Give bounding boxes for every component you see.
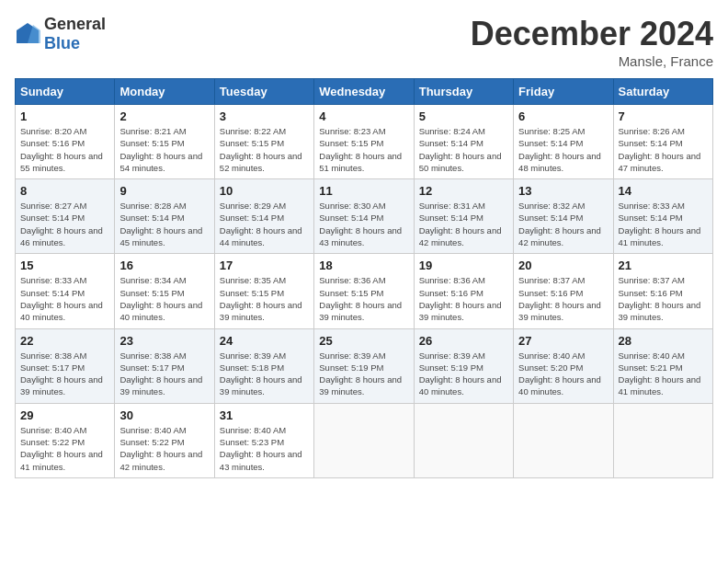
calendar-cell: 29 Sunrise: 8:40 AMSunset: 5:22 PMDaylig… (16, 403, 115, 477)
calendar-cell: 5 Sunrise: 8:24 AMSunset: 5:14 PMDayligh… (414, 105, 513, 179)
calendar-header-row: SundayMondayTuesdayWednesdayThursdayFrid… (16, 79, 713, 105)
calendar-cell: 3 Sunrise: 8:22 AMSunset: 5:15 PMDayligh… (214, 105, 313, 179)
day-info: Sunrise: 8:39 AMSunset: 5:18 PMDaylight:… (220, 350, 302, 397)
day-info: Sunrise: 8:40 AMSunset: 5:21 PMDaylight:… (619, 350, 701, 397)
day-info: Sunrise: 8:40 AMSunset: 5:23 PMDaylight:… (220, 425, 302, 472)
day-number: 7 (619, 109, 708, 123)
day-info: Sunrise: 8:40 AMSunset: 5:20 PMDaylight:… (518, 350, 601, 397)
day-number: 14 (619, 184, 708, 198)
day-number: 13 (518, 184, 608, 198)
day-info: Sunrise: 8:33 AMSunset: 5:14 PMDaylight:… (619, 201, 701, 247)
day-info: Sunrise: 8:37 AMSunset: 5:16 PMDaylight:… (518, 275, 601, 322)
day-number: 24 (220, 334, 309, 348)
calendar-cell: 30 Sunrise: 8:40 AMSunset: 5:22 PMDaylig… (115, 403, 214, 477)
calendar-cell (613, 403, 712, 477)
day-number: 30 (119, 408, 209, 422)
day-number: 1 (20, 109, 109, 123)
header-friday: Friday (514, 79, 613, 105)
calendar-cell: 8 Sunrise: 8:27 AMSunset: 5:14 PMDayligh… (16, 179, 115, 254)
calendar-week-row: 29 Sunrise: 8:40 AMSunset: 5:22 PMDaylig… (16, 403, 713, 477)
calendar-cell: 13 Sunrise: 8:32 AMSunset: 5:14 PMDaylig… (514, 179, 613, 254)
day-number: 27 (518, 334, 608, 348)
calendar-cell: 26 Sunrise: 8:39 AMSunset: 5:19 PMDaylig… (414, 328, 513, 403)
day-number: 17 (220, 259, 309, 272)
calendar-week-row: 22 Sunrise: 8:38 AMSunset: 5:17 PMDaylig… (16, 328, 713, 403)
calendar-cell: 15 Sunrise: 8:33 AMSunset: 5:14 PMDaylig… (16, 254, 115, 328)
day-info: Sunrise: 8:36 AMSunset: 5:16 PMDaylight:… (419, 275, 502, 322)
day-number: 6 (518, 109, 608, 123)
day-info: Sunrise: 8:36 AMSunset: 5:15 PMDaylight:… (319, 275, 402, 322)
day-info: Sunrise: 8:25 AMSunset: 5:14 PMDaylight:… (518, 126, 601, 173)
calendar-cell (514, 403, 613, 477)
day-info: Sunrise: 8:31 AMSunset: 5:14 PMDaylight:… (419, 201, 502, 247)
day-number: 16 (119, 259, 209, 272)
day-number: 21 (619, 259, 708, 272)
header-wednesday: Wednesday (314, 79, 414, 105)
calendar-cell: 1 Sunrise: 8:20 AMSunset: 5:16 PMDayligh… (16, 105, 115, 179)
day-number: 5 (419, 109, 508, 123)
calendar-cell: 17 Sunrise: 8:35 AMSunset: 5:15 PMDaylig… (214, 254, 313, 328)
day-info: Sunrise: 8:32 AMSunset: 5:14 PMDaylight:… (518, 201, 601, 247)
header-tuesday: Tuesday (214, 79, 313, 105)
day-info: Sunrise: 8:23 AMSunset: 5:15 PMDaylight:… (319, 126, 402, 173)
header-saturday: Saturday (613, 79, 712, 105)
calendar-cell: 11 Sunrise: 8:30 AMSunset: 5:14 PMDaylig… (314, 179, 414, 254)
day-number: 22 (20, 334, 109, 348)
calendar-cell: 19 Sunrise: 8:36 AMSunset: 5:16 PMDaylig… (414, 254, 513, 328)
calendar-cell: 2 Sunrise: 8:21 AMSunset: 5:15 PMDayligh… (115, 105, 214, 179)
day-number: 31 (220, 408, 309, 422)
day-info: Sunrise: 8:28 AMSunset: 5:14 PMDaylight:… (119, 201, 202, 247)
day-number: 2 (119, 109, 209, 123)
day-info: Sunrise: 8:34 AMSunset: 5:15 PMDaylight:… (119, 275, 202, 322)
day-info: Sunrise: 8:38 AMSunset: 5:17 PMDaylight:… (20, 350, 103, 397)
calendar-table: SundayMondayTuesdayWednesdayThursdayFrid… (15, 78, 713, 478)
calendar-cell: 14 Sunrise: 8:33 AMSunset: 5:14 PMDaylig… (613, 179, 712, 254)
day-number: 23 (119, 334, 209, 348)
calendar-cell: 21 Sunrise: 8:37 AMSunset: 5:16 PMDaylig… (613, 254, 712, 328)
calendar-cell: 9 Sunrise: 8:28 AMSunset: 5:14 PMDayligh… (115, 179, 214, 254)
day-number: 3 (220, 109, 309, 123)
day-info: Sunrise: 8:40 AMSunset: 5:22 PMDaylight:… (20, 425, 103, 472)
day-info: Sunrise: 8:38 AMSunset: 5:17 PMDaylight:… (119, 350, 202, 397)
day-number: 15 (20, 259, 109, 272)
day-info: Sunrise: 8:39 AMSunset: 5:19 PMDaylight:… (319, 350, 402, 397)
calendar-cell: 23 Sunrise: 8:38 AMSunset: 5:17 PMDaylig… (115, 328, 214, 403)
day-number: 18 (319, 259, 408, 272)
day-number: 4 (319, 109, 408, 123)
day-number: 20 (518, 259, 608, 272)
calendar-cell: 4 Sunrise: 8:23 AMSunset: 5:15 PMDayligh… (314, 105, 414, 179)
day-number: 29 (20, 408, 109, 422)
logo-icon (15, 21, 40, 47)
header-thursday: Thursday (414, 79, 513, 105)
day-info: Sunrise: 8:20 AMSunset: 5:16 PMDaylight:… (20, 126, 103, 173)
day-info: Sunrise: 8:24 AMSunset: 5:14 PMDaylight:… (419, 126, 502, 173)
day-number: 10 (220, 184, 309, 198)
logo-general: General (44, 15, 106, 33)
logo-blue: Blue (44, 34, 80, 52)
day-info: Sunrise: 8:30 AMSunset: 5:14 PMDaylight:… (319, 201, 402, 247)
logo: General Blue (15, 15, 106, 53)
calendar-cell: 22 Sunrise: 8:38 AMSunset: 5:17 PMDaylig… (16, 328, 115, 403)
calendar-cell: 24 Sunrise: 8:39 AMSunset: 5:18 PMDaylig… (214, 328, 313, 403)
calendar-cell (414, 403, 513, 477)
day-info: Sunrise: 8:37 AMSunset: 5:16 PMDaylight:… (619, 275, 701, 322)
day-number: 26 (419, 334, 508, 348)
location-subtitle: Mansle, France (471, 53, 713, 69)
day-info: Sunrise: 8:22 AMSunset: 5:15 PMDaylight:… (220, 126, 302, 173)
calendar-cell: 20 Sunrise: 8:37 AMSunset: 5:16 PMDaylig… (514, 254, 613, 328)
calendar-cell: 7 Sunrise: 8:26 AMSunset: 5:14 PMDayligh… (613, 105, 712, 179)
logo-text: General Blue (44, 15, 106, 53)
day-info: Sunrise: 8:21 AMSunset: 5:15 PMDaylight:… (119, 126, 202, 173)
month-title: December 2024 (471, 15, 713, 53)
day-number: 28 (619, 334, 708, 348)
day-number: 11 (319, 184, 408, 198)
calendar-cell: 18 Sunrise: 8:36 AMSunset: 5:15 PMDaylig… (314, 254, 414, 328)
day-number: 19 (419, 259, 508, 272)
day-info: Sunrise: 8:35 AMSunset: 5:15 PMDaylight:… (220, 275, 302, 322)
day-info: Sunrise: 8:29 AMSunset: 5:14 PMDaylight:… (220, 201, 302, 247)
calendar-cell: 10 Sunrise: 8:29 AMSunset: 5:14 PMDaylig… (214, 179, 313, 254)
day-info: Sunrise: 8:39 AMSunset: 5:19 PMDaylight:… (419, 350, 502, 397)
calendar-week-row: 15 Sunrise: 8:33 AMSunset: 5:14 PMDaylig… (16, 254, 713, 328)
day-info: Sunrise: 8:33 AMSunset: 5:14 PMDaylight:… (20, 275, 103, 322)
header-sunday: Sunday (16, 79, 115, 105)
